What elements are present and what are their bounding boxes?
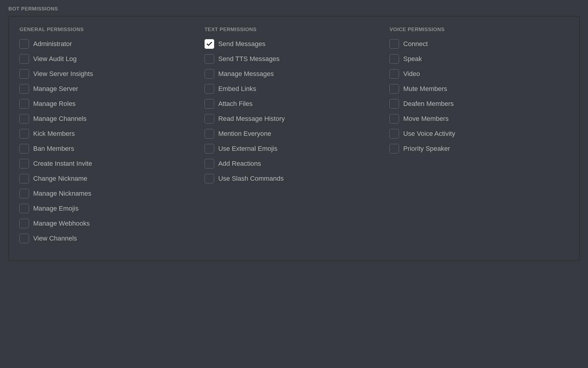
- checkbox[interactable]: [205, 99, 214, 109]
- permission-connect[interactable]: Connect: [389, 39, 569, 49]
- checkbox[interactable]: [19, 204, 29, 213]
- permission-deafen-members[interactable]: Deafen Members: [389, 99, 569, 109]
- checkbox[interactable]: [389, 84, 399, 94]
- checkbox-label: Manage Webhooks: [33, 220, 90, 227]
- column-title: General Permissions: [19, 27, 199, 33]
- permission-manage-roles[interactable]: Manage Roles: [19, 99, 199, 109]
- permission-use-external-emojis[interactable]: Use External Emojis: [205, 144, 384, 153]
- permission-change-nickname[interactable]: Change Nickname: [19, 174, 199, 183]
- permission-manage-channels[interactable]: Manage Channels: [19, 114, 199, 124]
- permission-manage-server[interactable]: Manage Server: [19, 84, 199, 94]
- checkbox-label: Connect: [403, 40, 428, 48]
- checkbox[interactable]: [389, 114, 399, 124]
- checkbox[interactable]: [19, 159, 29, 168]
- checkbox[interactable]: [19, 174, 29, 183]
- permission-embed-links[interactable]: Embed Links: [205, 84, 384, 94]
- checkbox[interactable]: [389, 69, 399, 79]
- checkbox-label: Manage Messages: [218, 70, 274, 78]
- checkbox[interactable]: [205, 84, 214, 94]
- column-title: Voice Permissions: [389, 27, 569, 33]
- permission-view-server-insights[interactable]: View Server Insights: [19, 69, 199, 79]
- checkbox-label: Administrator: [33, 40, 72, 48]
- checkbox-label: Add Reactions: [218, 160, 261, 168]
- permission-mention-everyone[interactable]: Mention Everyone: [205, 129, 384, 139]
- checkbox[interactable]: [205, 144, 214, 153]
- checkbox-label: View Server Insights: [33, 70, 93, 78]
- permission-priority-speaker[interactable]: Priority Speaker: [389, 144, 569, 153]
- permission-view-channels[interactable]: View Channels: [19, 234, 199, 243]
- column-title: Text Permissions: [205, 27, 384, 33]
- checkbox[interactable]: [205, 39, 214, 49]
- permissions-box: General PermissionsAdministratorView Aud…: [8, 16, 580, 261]
- checkbox-label: Mute Members: [403, 85, 447, 93]
- checkbox-label: Send Messages: [218, 40, 266, 48]
- permission-use-voice-activity[interactable]: Use Voice Activity: [389, 129, 569, 139]
- permission-kick-members[interactable]: Kick Members: [19, 129, 199, 139]
- checkbox-label: Deafen Members: [403, 100, 454, 108]
- checkbox-label: Move Members: [403, 115, 449, 123]
- checkbox[interactable]: [19, 84, 29, 94]
- permission-use-slash-commands[interactable]: Use Slash Commands: [205, 174, 384, 183]
- checkbox[interactable]: [19, 144, 29, 153]
- permission-create-instant-invite[interactable]: Create Instant Invite: [19, 159, 199, 168]
- checkbox[interactable]: [19, 234, 29, 243]
- checkbox[interactable]: [389, 54, 399, 64]
- checkbox-label: Mention Everyone: [218, 130, 271, 138]
- permission-ban-members[interactable]: Ban Members: [19, 144, 199, 153]
- checkbox[interactable]: [205, 54, 214, 64]
- permissions-column-voice-permissions: Voice PermissionsConnectSpeakVideoMute M…: [389, 27, 569, 249]
- checkbox[interactable]: [19, 114, 29, 124]
- checkbox-label: Attach Files: [218, 100, 253, 108]
- checkbox[interactable]: [19, 69, 29, 79]
- checkbox[interactable]: [205, 114, 214, 124]
- checkbox-label: Read Message History: [218, 115, 285, 123]
- permission-mute-members[interactable]: Mute Members: [389, 84, 569, 94]
- checkbox-label: Kick Members: [33, 130, 75, 138]
- permissions-column-text-permissions: Text PermissionsSend MessagesSend TTS Me…: [205, 27, 384, 249]
- permission-read-message-history[interactable]: Read Message History: [205, 114, 384, 124]
- checkbox[interactable]: [389, 39, 399, 49]
- permission-send-tts-messages[interactable]: Send TTS Messages: [205, 54, 384, 64]
- permission-move-members[interactable]: Move Members: [389, 114, 569, 124]
- permission-manage-messages[interactable]: Manage Messages: [205, 69, 384, 79]
- section-title: Bot Permissions: [8, 6, 580, 12]
- checkbox-label: Manage Channels: [33, 115, 87, 123]
- checkmark-icon: [206, 41, 213, 47]
- checkbox[interactable]: [19, 219, 29, 228]
- checkbox[interactable]: [205, 174, 214, 183]
- checkbox-label: Ban Members: [33, 145, 74, 153]
- permission-send-messages[interactable]: Send Messages: [205, 39, 384, 49]
- checkbox-label: Priority Speaker: [403, 145, 450, 153]
- permission-manage-nicknames[interactable]: Manage Nicknames: [19, 189, 199, 198]
- checkbox-label: Use Voice Activity: [403, 130, 455, 138]
- permission-speak[interactable]: Speak: [389, 54, 569, 64]
- checkbox-label: Speak: [403, 55, 422, 63]
- permission-manage-webhooks[interactable]: Manage Webhooks: [19, 219, 199, 228]
- checkbox-label: Send TTS Messages: [218, 55, 280, 63]
- checkbox-label: Manage Nicknames: [33, 190, 91, 197]
- checkbox[interactable]: [389, 144, 399, 153]
- permission-attach-files[interactable]: Attach Files: [205, 99, 384, 109]
- checkbox[interactable]: [19, 54, 29, 64]
- checkbox-label: Embed Links: [218, 85, 256, 93]
- checkbox[interactable]: [205, 159, 214, 168]
- permission-view-audit-log[interactable]: View Audit Log: [19, 54, 199, 64]
- checkbox[interactable]: [205, 129, 214, 139]
- checkbox-label: Manage Server: [33, 85, 78, 93]
- checkbox[interactable]: [19, 99, 29, 109]
- checkbox[interactable]: [19, 189, 29, 198]
- permissions-column-general-permissions: General PermissionsAdministratorView Aud…: [19, 27, 199, 249]
- checkbox[interactable]: [389, 129, 399, 139]
- checkbox[interactable]: [19, 129, 29, 139]
- checkbox-label: Video: [403, 70, 420, 78]
- checkbox[interactable]: [205, 69, 214, 79]
- checkbox[interactable]: [389, 99, 399, 109]
- checkbox-label: Manage Emojis: [33, 205, 79, 212]
- checkbox[interactable]: [19, 39, 29, 49]
- permission-add-reactions[interactable]: Add Reactions: [205, 159, 384, 168]
- permission-administrator[interactable]: Administrator: [19, 39, 199, 49]
- permission-video[interactable]: Video: [389, 69, 569, 79]
- checkbox-label: Use Slash Commands: [218, 175, 284, 183]
- permission-manage-emojis[interactable]: Manage Emojis: [19, 204, 199, 213]
- checkbox-label: View Audit Log: [33, 55, 77, 63]
